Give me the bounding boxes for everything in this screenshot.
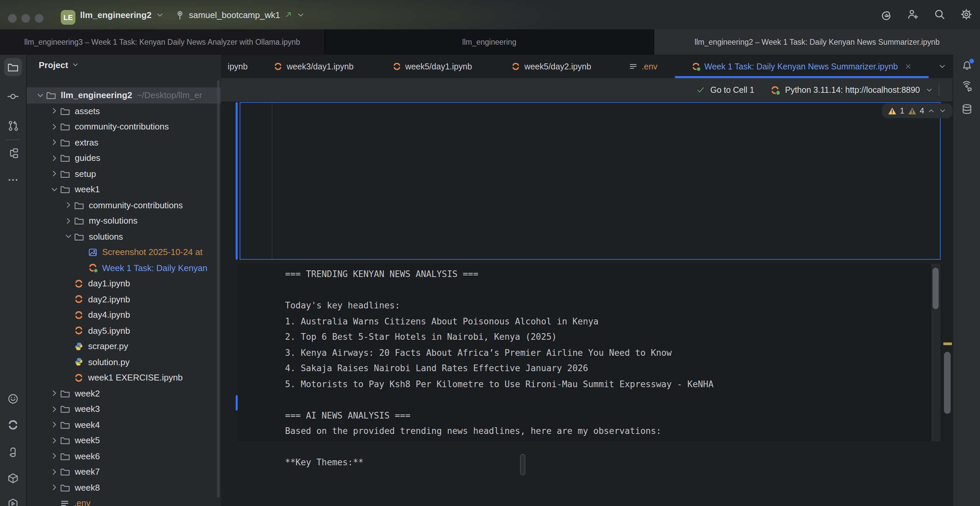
chevron-right-icon[interactable] xyxy=(49,169,60,178)
tree-row-week1-exercise-ipynb[interactable]: week1 EXERCISE.ipynb xyxy=(27,370,221,385)
project-tree-scrollbar[interactable] xyxy=(217,80,220,497)
window-minimize-button[interactable] xyxy=(21,14,30,23)
tree-row-week-1-task-daily-kenyan[interactable]: Week 1 Task: Daily Kenyan xyxy=(27,260,221,276)
tree-row-community-contributions[interactable]: community-contributions xyxy=(27,197,221,213)
chevron-right-icon[interactable] xyxy=(63,216,74,226)
jupyter-arcs-icon xyxy=(74,279,83,288)
structure-tool-button[interactable] xyxy=(7,148,19,159)
chevron-down-icon[interactable] xyxy=(63,232,74,241)
tree-row-assets[interactable]: assets xyxy=(27,103,221,119)
editor-tab[interactable]: week5/day2.ipynb xyxy=(492,55,611,78)
tree-row-community-contributions[interactable]: community-contributions xyxy=(27,119,221,135)
window-tab-active[interactable]: llm_engineering2 – Week 1 Task: Daily Ke… xyxy=(654,29,980,55)
output-scrollbar[interactable] xyxy=(931,264,940,441)
search-everywhere-button[interactable] xyxy=(934,9,945,20)
chevron-right-icon[interactable] xyxy=(49,122,60,132)
tree-row-guides[interactable]: guides xyxy=(27,150,221,166)
editor-tab-active[interactable]: Week 1 Task: Daily Kenyan News Summarize… xyxy=(675,55,929,78)
project-switcher[interactable]: llm_engineering2 xyxy=(80,0,164,29)
chevron-right-icon[interactable] xyxy=(63,200,74,210)
tree-row-day4-ipynb[interactable]: day4.ipynb xyxy=(27,307,221,323)
tree-row-setup[interactable]: setup xyxy=(27,166,221,181)
tree-row-week1[interactable]: week1 xyxy=(27,181,221,197)
tree-item-label: week6 xyxy=(75,451,100,461)
tree-row-llm-engineering2[interactable]: llm_engineering2~/Desktop/llm_er xyxy=(27,88,221,103)
more-tools-button[interactable] xyxy=(7,174,19,186)
window-tab[interactable]: llm_engineering3 – Week 1 Task: Kenyan D… xyxy=(0,29,325,55)
editor-tab[interactable]: week3/day1.ipynb xyxy=(255,55,373,78)
project-panel-header[interactable]: Project xyxy=(27,55,221,75)
tree-row-solution-py[interactable]: solution.py xyxy=(27,354,221,370)
prev-problem-icon[interactable] xyxy=(928,107,935,115)
output-cell-indicator xyxy=(235,395,238,411)
tree-row-day5-ipynb[interactable]: day5.ipynb xyxy=(27,323,221,339)
chevron-right-icon[interactable] xyxy=(49,467,60,477)
folder-icon xyxy=(60,122,70,132)
chevron-right-icon[interactable] xyxy=(49,138,60,147)
tree-row-env[interactable]: .env xyxy=(27,495,221,506)
tree-row-scraper-py[interactable]: scraper.py xyxy=(27,339,221,354)
settings-button[interactable] xyxy=(961,9,972,20)
workspace-switcher[interactable]: samuel_bootcamp_wk1 xyxy=(175,0,305,29)
goto-cell-button[interactable]: Go to Cell 1 xyxy=(710,85,754,94)
python-packages-tool-button[interactable] xyxy=(7,447,19,458)
ai-assistant-button[interactable] xyxy=(961,81,972,92)
tree-row-extras[interactable]: extras xyxy=(27,135,221,150)
tree-row-week5[interactable]: week5 xyxy=(27,433,221,448)
tree-row-day1-ipynb[interactable]: day1.ipynb xyxy=(27,276,221,291)
jupyter-tool-button[interactable] xyxy=(7,419,19,431)
notification-dot xyxy=(968,58,974,64)
chevron-right-icon[interactable] xyxy=(49,483,60,492)
ai-actions-button[interactable] xyxy=(881,9,892,20)
code-cell[interactable] xyxy=(240,102,940,260)
next-problem-icon[interactable] xyxy=(939,107,947,115)
tree-row-day2-ipynb[interactable]: day2.ipynb xyxy=(27,291,221,307)
tree-row-week7[interactable]: week7 xyxy=(27,464,221,480)
tree-item-label: setup xyxy=(75,169,96,179)
chevron-right-icon[interactable] xyxy=(49,404,60,414)
project-tool-button[interactable] xyxy=(4,58,22,76)
run-tool-button[interactable] xyxy=(7,498,19,506)
tab-close-icon[interactable] xyxy=(905,63,912,70)
huggingface-tool-button[interactable] xyxy=(7,393,19,404)
pull-requests-tool-button[interactable] xyxy=(7,120,19,132)
invite-collaborator-button[interactable] xyxy=(907,9,919,20)
output-scrollbar-thumb[interactable] xyxy=(932,268,939,309)
commit-tool-button[interactable] xyxy=(7,91,19,102)
window-tab[interactable]: llm_engineering xyxy=(325,29,654,55)
tree-item-label: day4.ipynb xyxy=(88,310,130,320)
chevron-down-icon[interactable] xyxy=(49,185,60,194)
tree-row-week3[interactable]: week3 xyxy=(27,401,221,417)
tree-item-label: day5.ipynb xyxy=(88,326,130,336)
tree-item-label: week7 xyxy=(75,467,100,477)
window-zoom-button[interactable] xyxy=(35,14,43,23)
stripe-warning-mark[interactable] xyxy=(943,342,952,345)
editor-tab[interactable]: .env xyxy=(611,55,675,78)
chevron-right-icon[interactable] xyxy=(49,154,60,163)
editor-tab[interactable]: week5/day1.ipynb xyxy=(373,55,492,78)
inspections-widget[interactable]: 1 4 xyxy=(882,103,953,118)
interpreter-selector[interactable]: Python 3.11.14: http://localhost:8890 xyxy=(785,85,920,94)
chevron-down-icon[interactable] xyxy=(35,91,46,100)
tree-row-week4[interactable]: week4 xyxy=(27,417,221,433)
window-close-button[interactable] xyxy=(8,14,17,23)
tree-row-week8[interactable]: week8 xyxy=(27,480,221,495)
editor-tab[interactable]: ipynb xyxy=(221,55,255,78)
services-tool-button[interactable] xyxy=(7,473,19,484)
chevron-right-icon[interactable] xyxy=(49,436,60,445)
notifications-button[interactable] xyxy=(961,59,972,71)
tree-row-week6[interactable]: week6 xyxy=(27,448,221,464)
editor-scrollbar-thumb[interactable] xyxy=(944,352,951,414)
tree-row-solutions[interactable]: solutions xyxy=(27,229,221,244)
package-icon xyxy=(7,473,19,484)
database-button[interactable] xyxy=(961,103,972,115)
tab-list-chevron-icon[interactable] xyxy=(938,62,947,71)
tree-row-screenshot-2025-10-24-at[interactable]: Screenshot 2025-10-24 at xyxy=(27,244,221,260)
tree-item-label: solution.py xyxy=(88,357,129,367)
chevron-right-icon[interactable] xyxy=(49,452,60,461)
chevron-right-icon[interactable] xyxy=(49,420,60,430)
chevron-right-icon[interactable] xyxy=(49,389,60,398)
tree-row-week2[interactable]: week2 xyxy=(27,385,221,401)
chevron-right-icon[interactable] xyxy=(49,107,60,116)
tree-row-my-solutions[interactable]: my-solutions xyxy=(27,213,221,229)
